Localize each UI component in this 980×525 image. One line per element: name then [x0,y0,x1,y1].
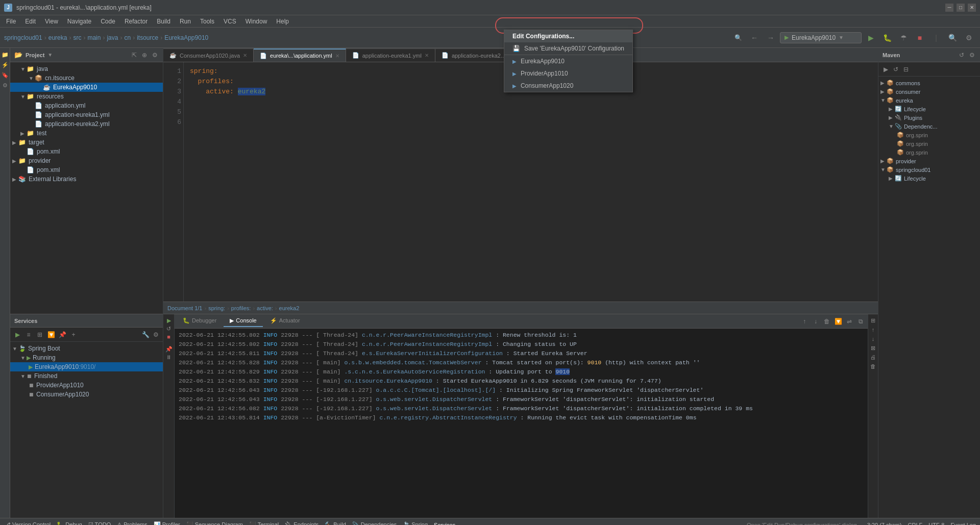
tree-pom-xml-eureka[interactable]: 📄 pom.xml [10,147,163,156]
maven-springcloud01[interactable]: ▼ 📦 springcloud01 [878,165,980,174]
maven-consumer[interactable]: ▶ 📦 consumer [878,87,980,96]
console-run-btn[interactable]: ▶ [165,316,173,324]
status-services[interactable]: Services [434,522,455,526]
status-spring[interactable]: 🍃 Spring [403,521,428,525]
console-scroll-up[interactable]: ↑ [799,316,810,327]
crb-btn-3[interactable]: ↓ [869,335,877,343]
menu-view[interactable]: View [41,17,62,26]
tree-cn-itsource[interactable]: ▼ 📦 cn.itsource [10,73,163,83]
debug-button[interactable]: 🐛 [880,31,894,45]
status-profiler[interactable]: 📊 Profiler [154,521,180,525]
tree-application-eureka2[interactable]: 📄 application-eureka2.yml [10,119,163,129]
menu-refactor[interactable]: Refactor [120,17,152,26]
breadcrumb-main[interactable]: main [87,34,101,41]
console-filter[interactable]: 🔽 [833,316,843,327]
eb-eureka2[interactable]: eureka2 [279,305,300,311]
console-output[interactable]: 2022-06-21 12:42:55.802 INFO 22928 --- [… [175,329,868,518]
maven-settings[interactable]: ⚙ [968,51,976,59]
tree-target[interactable]: ▶ 📁 target [10,138,163,147]
window-controls[interactable]: ─ □ ✕ [945,4,976,12]
maven-provider[interactable]: ▶ 📦 provider [878,157,980,165]
services-consumerapp1020[interactable]: ⏹ ConsumerApp1020 [10,390,163,399]
tab-eureka1[interactable]: 📄 application-eureka1.yml ✕ [346,48,435,62]
status-crlf[interactable]: CRLF [908,522,923,526]
maven-dep-3[interactable]: 📦 org.sprin [878,148,980,157]
tree-provider[interactable]: ▶ 📁 provider [10,156,163,165]
left-btn-3[interactable]: 🔖 [1,70,10,80]
menu-tools[interactable]: Tools [196,17,218,26]
console-rerun-btn[interactable]: ↺ [165,324,173,333]
breadcrumb-springcloud01[interactable]: springcloud01 [4,34,42,41]
crb-btn-5[interactable]: 🖨 [869,353,877,361]
tree-test[interactable]: ▶ 📁 test [10,129,163,138]
menu-window[interactable]: Window [241,17,272,26]
left-btn-4[interactable]: ⚙ [1,81,10,90]
status-debug[interactable]: 🐛 Debug [57,521,82,525]
breadcrumb-cn[interactable]: cn [124,34,131,41]
eb-document[interactable]: Document 1/1 [167,305,202,311]
tab-console[interactable]: ▶Console [224,315,262,327]
console-wrap[interactable]: ⇌ [844,316,854,327]
menu-help[interactable]: Help [272,17,293,26]
tab-actuator[interactable]: ⚡Actuator [264,315,306,327]
code-editor[interactable]: spring: profiles: active: eureka2 [184,62,878,302]
status-todo[interactable]: ☑ TODO [88,521,111,525]
toolbar-back-btn[interactable]: ← [747,31,762,45]
maven-dep-2[interactable]: 📦 org.sprin [878,139,980,148]
stop-button[interactable]: ■ [913,31,927,45]
console-clear[interactable]: 🗑 [822,316,832,327]
tab-debugger[interactable]: 🐛Debugger [177,315,223,327]
menu-navigate[interactable]: Navigate [63,17,95,26]
tree-external-libraries[interactable]: ▶ 📚 External Libraries [10,174,163,184]
services-group-btn[interactable]: ⊞ [35,330,45,340]
project-collapse-all[interactable]: ⇱ [130,51,138,59]
coverage-button[interactable]: ☂ [896,31,911,45]
services-run-btn[interactable]: ▶ [12,330,22,340]
project-settings[interactable]: ⚙ [151,51,159,59]
services-eurekaapp9010[interactable]: ▶ EurekaApp9010 :9010/ [10,362,163,371]
console-copy[interactable]: ⧉ [855,316,866,327]
maven-refresh-btn[interactable]: ↺ [891,64,901,74]
maven-eureka[interactable]: ▼ 📦 eureka [878,96,980,105]
console-pin-btn[interactable]: 📌 [165,345,173,353]
services-wrench-btn[interactable]: 🔧 [140,330,151,340]
dropdown-save-configuration[interactable]: 💾 Save 'EurekaApp9010' Configuration [504,42,632,55]
close-eureka1[interactable]: ✕ [425,53,429,58]
dropdown-edit-configurations[interactable]: Edit Configurations... [504,30,632,42]
toolbar-forward-btn[interactable]: → [764,31,778,45]
status-dependencies[interactable]: 📎 Dependencies [352,521,397,525]
breadcrumb-itsource[interactable]: itsource [137,34,158,41]
minimize-button[interactable]: ─ [945,4,953,12]
services-finished-group[interactable]: ▼ ⏹ Finished [10,371,163,381]
eb-profiles[interactable]: profiles: [231,305,251,311]
dropdown-eurekaapp9010[interactable]: ▶ EurekaApp9010 [504,55,632,67]
status-problems[interactable]: ⚠ Problems [117,521,148,525]
settings-button[interactable]: ⚙ [962,31,976,45]
status-endpoints[interactable]: 🔌 Endpoints [285,521,318,525]
menu-run[interactable]: Run [176,17,195,26]
breadcrumb-eureka[interactable]: eureka [48,34,67,41]
crb-btn-6[interactable]: 🗑 [869,362,877,370]
close-button[interactable]: ✕ [968,4,976,12]
services-add-btn[interactable]: + [68,330,79,340]
project-scroll-to[interactable]: ⊕ [140,51,149,59]
run-button[interactable]: ▶ [864,31,878,45]
maven-run[interactable]: ▶ [880,64,891,74]
tree-application-yml[interactable]: 📄 application.yml [10,101,163,110]
status-version-control[interactable]: ⎇ Version Control [4,521,51,525]
breadcrumb-java[interactable]: java [107,34,118,41]
maven-refresh[interactable]: ↺ [958,51,966,59]
services-filter-btn[interactable]: 🔽 [46,330,56,340]
tab-consumerapp1020[interactable]: ☕ ConsumerApp1020.java ✕ [163,48,254,62]
services-springboot[interactable]: ▼ 🍃 Spring Boot [10,344,163,353]
breadcrumb-eurekaapp9010[interactable]: EurekaApp9010 [164,34,208,41]
services-list-btn[interactable]: ≡ [23,330,34,340]
services-running-group[interactable]: ▼ ▶ Running [10,353,163,362]
maven-plugins[interactable]: ▶ 🔌 Plugins [878,113,980,122]
tree-java-folder[interactable]: ▼ 📁 java [10,64,163,73]
menu-edit[interactable]: Edit [21,17,40,26]
maven-commons[interactable]: ▶ 📦 commons [878,79,980,87]
maven-dependencies[interactable]: ▼ 📎 Dependenc... [878,122,980,131]
services-settings-btn[interactable]: ⚙ [151,330,161,340]
eb-active[interactable]: active: [257,305,273,311]
